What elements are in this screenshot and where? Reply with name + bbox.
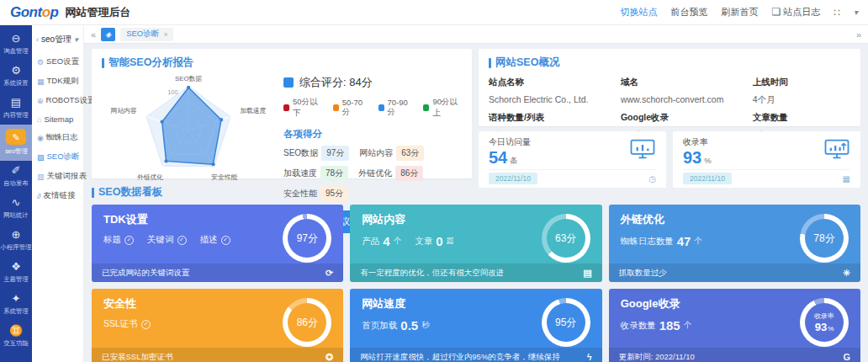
score-chip: 63分 (396, 146, 424, 161)
dashboard-cards: TDK设置 标题✓ 关键词✓ 描述✓ 97分 已完成网站的关键词设置⟳ 网站内容… (92, 205, 860, 362)
overall-legend-swatch (283, 77, 294, 88)
score-ring: 86分 (283, 298, 331, 347)
switch-site-button[interactable]: 切换站点 (621, 6, 658, 19)
monitor-arrow-icon (823, 138, 850, 164)
miniprogram-icon: ⊕ (12, 229, 21, 241)
site-name-value: Schorch Electric Co., Ltd. (489, 94, 621, 106)
sidebar-item-miniprogram[interactable]: ⊕小程序管理 (0, 225, 32, 257)
svg-text:SEO数据: SEO数据 (175, 75, 202, 83)
link-icon: ∂ (37, 192, 40, 200)
globe-icon: ⊕ (37, 97, 44, 105)
home-tab-button[interactable]: ◈ (101, 28, 115, 41)
users-icon: ♊ (9, 325, 23, 337)
refresh-icon: ⟳ (326, 268, 333, 279)
brand-logo[interactable]: Gontop (10, 4, 58, 21)
inquiry-icon: ⊖ (12, 33, 21, 45)
score-chip: 95分 (320, 186, 348, 201)
legend-swatch (283, 104, 289, 111)
score-chip: 86分 (395, 166, 423, 181)
submenu-keyword-report[interactable]: ▥关键词报表 (32, 167, 83, 186)
refresh-home-button[interactable]: 刷新首页 (722, 6, 759, 19)
score-ring: 95分 (542, 298, 590, 347)
submenu-seo-settings[interactable]: ⚙SEO设置 (32, 52, 83, 72)
sidebar-item-interaction[interactable]: ♊交互功能 (0, 321, 32, 353)
content-icon: ▤ (11, 97, 21, 109)
sidebar-item-system-settings[interactable]: ⚙系统设置 (0, 61, 32, 93)
theme-icon: ❖ (11, 261, 21, 273)
chevron-down-icon: ▾ (74, 35, 78, 44)
card-site-speed[interactable]: 网站速度 首页加载0.5秒 95分 网站打开速度很快，超过行业内95%的竞争者，… (350, 289, 601, 362)
score-ring: 63分 (542, 214, 590, 263)
calendar-icon: ▦ (843, 174, 850, 184)
tab-scroll-left-icon[interactable]: « (91, 29, 96, 40)
sitemap-icon: ⌂ (37, 115, 41, 124)
check-icon: ✓ (221, 236, 230, 245)
svg-text:100: 100 (167, 88, 177, 96)
chart-icon: ∿ (12, 197, 21, 209)
tools-icon: ✦ (12, 293, 21, 305)
eye-icon: ◉ (37, 134, 44, 142)
submenu-sitemap[interactable]: ⌂Sitemap (32, 110, 83, 128)
shield-icon: ▦ (37, 77, 45, 86)
title-bar (102, 58, 104, 68)
score-ring: 78分 (800, 214, 849, 263)
card-tdk-settings[interactable]: TDK设置 标题✓ 关键词✓ 描述✓ 97分 已完成网站的关键词设置⟳ (92, 205, 343, 282)
submenu-robots[interactable]: ⊕ROBOTS设置 (32, 91, 83, 110)
tab-scroll-right-icon[interactable]: » (856, 29, 861, 40)
app-title: 网站管理后台 (65, 5, 130, 20)
sidebar-item-theme[interactable]: ❖主题管理 (0, 257, 32, 289)
shield-icon: ✪ (326, 352, 333, 362)
seo-overview-panel: 网站SEO概况 站点名称 域名 上线时间 Schorch Electric Co… (479, 49, 860, 126)
submenu-tdk-rules[interactable]: ▦TDK规则 (32, 72, 83, 91)
top-header: Gontop 网站管理后台 切换站点 前台预览 刷新首页 ❏ 站点日志 ∷ ▾ (0, 0, 868, 25)
seo-report-panel: 智能SEO分析报告 SEO数据 加载速度 安全性能 外链优化 (92, 49, 472, 178)
spider-icon: ✳ (843, 268, 850, 279)
svg-text:外链优化: 外链优化 (137, 173, 163, 181)
card-security[interactable]: 安全性 SSL证书✓ 86分 已安装SSL加密证书✪ (92, 289, 343, 362)
index-rate-card[interactable]: 收录率 93% 2022/11/10 ▦ (673, 131, 860, 188)
svg-text:加载速度: 加载速度 (240, 107, 266, 114)
submenu-header[interactable]: ‹seo管理▾ (32, 30, 83, 52)
admin-dashboard: Gontop 网站管理后台 切换站点 前台预览 刷新首页 ❏ 站点日志 ∷ ▾ … (0, 0, 868, 362)
seo-radar-chart: SEO数据 加载速度 安全性能 外链优化 网站内容 100 (102, 70, 280, 184)
gear-icon: ⚙ (37, 58, 44, 67)
sidebar-item-seo[interactable]: ✎seo管理 (0, 125, 32, 161)
report-title: 智能SEO分析报告 (102, 56, 462, 70)
card-backlink-optimization[interactable]: 外链优化 蜘蛛日志数量47个 78分 抓取数量过少✳ (609, 205, 860, 282)
legend-swatch (423, 104, 429, 111)
card-google-index[interactable]: Google收录 收录数量185个 收录率 93% 更新时间: 2022/11/… (609, 289, 860, 362)
card-site-content[interactable]: 网站内容 产品4个 文章0篇 63分 有一定程度的优化，但还有很大空间改进▤ (350, 205, 601, 282)
submenu-spider-log[interactable]: ◉蜘蛛日志 (32, 128, 83, 147)
site-log-button[interactable]: ❏ 站点日志 (772, 6, 821, 19)
submenu-seo-diagnosis[interactable]: ▨SEO诊断 (32, 147, 83, 167)
publish-icon: ✐ (12, 165, 21, 177)
tab-seo-diagnosis[interactable]: SEO诊断× (120, 28, 173, 41)
gear-icon: ⚙ (11, 65, 21, 77)
today-visits-card[interactable]: 今日访问量 54条 2022/11/10 ◷ (479, 131, 666, 188)
svg-text:网站内容: 网站内容 (111, 107, 137, 114)
collapse-icon[interactable]: ‹ (36, 35, 39, 44)
tab-bar: « ◈ SEO诊断× » (84, 25, 868, 44)
check-icon: ✓ (141, 320, 151, 329)
check-icon: ✓ (124, 236, 134, 245)
submenu-friend-links[interactable]: ∂友情链接 (32, 186, 83, 205)
sidebar-item-system-manage[interactable]: ✦系统管理 (0, 289, 32, 321)
fullscreen-icon[interactable]: ∷ (834, 7, 840, 19)
check-icon: ✓ (177, 236, 187, 245)
clock-icon: ◷ (648, 174, 656, 184)
document-icon: ❏ (772, 6, 781, 18)
close-icon[interactable]: × (163, 30, 167, 39)
preview-button[interactable]: 前台预览 (671, 6, 708, 19)
score-chips: SEO数据97分 网站内容63分 加载速度78分 外链优化86分 安全性能95分 (283, 146, 462, 201)
user-menu-caret-icon[interactable]: ▾ (854, 8, 858, 17)
compass-icon: ◈ (105, 30, 111, 39)
scores-title: 各项得分 (283, 128, 462, 141)
icon-sidebar: ⊖询盘管理 ⚙系统设置 ▤内容管理 ✎seo管理 ✐自动发布 ∿网站统计 ⊕小程… (0, 25, 32, 362)
sidebar-item-inquiry[interactable]: ⊖询盘管理 (0, 29, 32, 61)
legend-swatch (378, 104, 384, 111)
sidebar-item-site-stats[interactable]: ∿网站统计 (0, 193, 32, 225)
sidebar-item-auto-publish[interactable]: ✐自动发布 (0, 161, 32, 193)
svg-text:安全性能: 安全性能 (211, 173, 237, 181)
sidebar-item-content[interactable]: ▤内容管理 (0, 93, 32, 125)
online-time-value: 4个月 (753, 94, 850, 106)
